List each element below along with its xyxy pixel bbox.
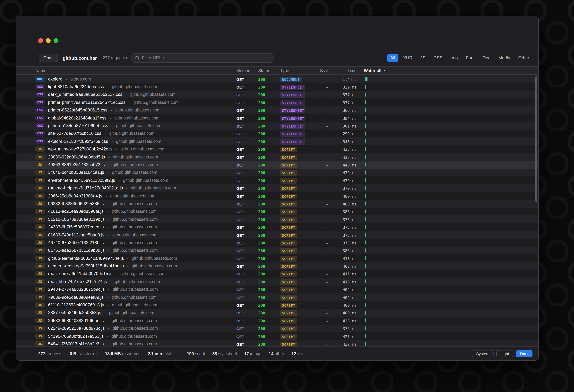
table-row[interactable]: JS 34646-bc4bb033e1164ca1.js - github.gi… — [16, 168, 538, 176]
table-row[interactable]: JS 2966-25cb8e34b31306a4.js - github.git… — [16, 192, 538, 200]
table-row[interactable]: JS 41013-ac21ea90ed8590af.js - github.gi… — [16, 207, 538, 215]
table-row[interactable]: JS 81683-740d112caee5baa9.js - github.gi… — [16, 231, 538, 239]
request-method: GET — [236, 233, 244, 237]
table-row[interactable]: JS react-core-a9e41ab509709e15.js - gith… — [16, 270, 538, 278]
request-domain: github.githubassets.com — [112, 240, 157, 245]
table-row[interactable]: CSS explore-171507f2892f5759.css - githu… — [16, 137, 538, 145]
column-header-name[interactable]: Name — [35, 68, 236, 73]
waterfall-bar — [365, 334, 366, 338]
table-row[interactable]: JS 79039-9ce5da88e09eef89.js - github.gi… — [16, 293, 538, 301]
request-method: GET — [236, 179, 244, 183]
column-header-time[interactable]: Time — [328, 68, 357, 73]
waterfall-bar — [365, 256, 366, 260]
name-domain-separator: - — [108, 155, 110, 159]
table-row[interactable]: JS environment-e2415e9c118059f2.js - git… — [16, 176, 538, 184]
mime-type-tag: STYLESHEET — [280, 124, 305, 129]
column-header-waterfall[interactable]: Waterfall ▲ — [364, 68, 538, 73]
request-name: 51210-185739338ae8119b.js — [48, 217, 105, 222]
table-row[interactable]: JS 28839-632d00a964e8dbd5.js - github.gi… — [16, 153, 538, 161]
name-domain-separator: - — [110, 116, 111, 120]
table-row[interactable]: CSS primer-primitives-ef1311e26457f1ec.c… — [16, 98, 538, 106]
table-row[interactable]: CSS dark_dimmed-9ae3a8be61562117.css - g… — [16, 91, 538, 99]
request-name: github-elements-b03340a48949734e.js — [48, 256, 124, 261]
request-time: 439 ms — [343, 179, 357, 183]
table-row[interactable]: JS 46740-67b26b07132f218b.js - github.gi… — [16, 239, 538, 247]
status-code: 200 — [258, 171, 265, 175]
request-name: 28839-632d00a964e8dbd5.js — [48, 154, 105, 159]
filter-doc[interactable]: Doc — [479, 54, 494, 62]
table-row[interactable]: JS 62249-2895213a788d973c.js - github.gi… — [16, 324, 538, 332]
mime-type-tag: SCRIPT — [280, 225, 297, 230]
table-row[interactable]: JS 29434-2774a83323075b9c.js - github.gi… — [16, 286, 538, 293]
scrollbar-thumb[interactable] — [535, 76, 537, 202]
column-header-method[interactable]: Method — [236, 68, 258, 73]
table-row[interactable]: JS 49863-8861e351482cb073.js - github.gi… — [16, 161, 538, 169]
mime-type-tag: SCRIPT — [280, 217, 297, 222]
mime-type-tag: SCRIPT — [280, 170, 297, 176]
filter-other[interactable]: Other — [515, 54, 533, 62]
table-row[interactable]: JS 24387-6b7f5e596897eded.js - github.gi… — [16, 223, 538, 231]
filter-media[interactable]: Media — [495, 54, 513, 62]
filter-img[interactable]: Img — [447, 54, 461, 62]
zoom-button[interactable] — [54, 38, 58, 43]
status-bar: 277 requests0 B transferred18.6 MB resou… — [16, 347, 538, 360]
table-row[interactable]: JS element-registry-9e799b115dbe41ba.js … — [16, 262, 538, 270]
table-row[interactable]: DOC explore - github.com GET 200 DOCUMEN… — [16, 75, 538, 83]
column-header-type[interactable]: Type — [280, 68, 305, 73]
filter-css[interactable]: CSS — [430, 54, 446, 62]
search-field[interactable] — [131, 53, 273, 63]
table-row[interactable]: JS 81751-aaa1687b311d9b3d.js - github.gi… — [16, 247, 538, 254]
table-row[interactable]: JS wp-runtime-fac727b98ab2c42c.js - gith… — [16, 145, 538, 153]
table-row[interactable]: CSS site-5277ded07fbcbc16.css - github.g… — [16, 129, 538, 137]
filter-all[interactable]: All — [387, 54, 398, 62]
table-row[interactable]: JS 61110-212553c409076913.js - github.gi… — [16, 301, 538, 309]
status-code: 200 — [258, 116, 265, 120]
table-row[interactable]: JS 2887-0e9a84f5dc250853.js - github.git… — [16, 309, 538, 317]
table-row[interactable]: JS 54195-705a8bfd0247e553.js - github.gi… — [16, 332, 538, 340]
har-file-title: github.com.har — [63, 55, 97, 61]
column-header-size[interactable]: Size — [305, 68, 328, 73]
column-header-status[interactable]: Status — [258, 68, 280, 73]
request-method: GET — [236, 288, 244, 292]
table-row[interactable]: JS 51210-185739338ae8119b.js - github.gi… — [16, 215, 538, 223]
status-code: 200 — [258, 163, 265, 167]
close-button[interactable] — [38, 38, 43, 43]
table-row[interactable]: JS runtime-helpers-3cd71e27e349021d.js -… — [16, 184, 538, 192]
table-row[interactable]: CSS github-b184eb87701960eb.css - github… — [16, 122, 538, 130]
filter-urls-input[interactable] — [142, 55, 270, 61]
open-button[interactable]: Open — [39, 54, 58, 62]
name-domain-separator: - — [108, 326, 109, 330]
mime-type-tag: SCRIPT — [280, 147, 297, 152]
status-code: 200 — [258, 202, 265, 206]
request-method: GET — [236, 194, 244, 198]
table-row[interactable]: CSS primer-8522af645b000615.css - github… — [16, 106, 538, 114]
table-row[interactable]: JS github-elements-b03340a48949734e.js -… — [16, 254, 538, 262]
request-size: – — [326, 140, 328, 144]
waterfall-bar — [365, 194, 366, 198]
table-row[interactable]: JS 96232-fb82336d69225835.js - github.gi… — [16, 200, 538, 208]
table-row[interactable]: JS 54841-f360017e41e3b2e3.js - github.gi… — [16, 340, 538, 347]
waterfall-bar — [365, 116, 366, 120]
resource-type-badge: JS — [35, 256, 45, 261]
waterfall-bar — [365, 303, 366, 307]
request-domain: github.githubassets.com — [113, 217, 158, 221]
table-row[interactable]: JS react-lib-e74a1db7c21f7e74.js - githu… — [16, 278, 538, 286]
mime-type-tag: STYLESHEET — [280, 116, 305, 121]
request-size: – — [326, 256, 328, 261]
filter-js[interactable]: JS — [417, 54, 429, 62]
request-time: 402 ms — [343, 288, 357, 292]
waterfall-bar — [365, 295, 366, 299]
filter-font[interactable]: Font — [463, 54, 478, 62]
table-row[interactable]: CSS global-94620c216484da1f.css - github… — [16, 114, 538, 122]
window-controls — [38, 38, 58, 43]
request-size: – — [326, 93, 328, 98]
theme-system-button[interactable]: System — [472, 350, 493, 357]
table-row[interactable]: CSS light-8810aba6e224dcba.css - github.… — [16, 83, 538, 91]
filter-xhr[interactable]: XHR — [400, 54, 416, 62]
minimize-button[interactable] — [46, 38, 51, 43]
theme-dark-button[interactable]: Dark — [516, 350, 533, 357]
table-row[interactable]: JS 26533-6b8040883d16f6ae.js - github.gi… — [16, 317, 538, 324]
waterfall-bar — [365, 342, 366, 346]
theme-light-button[interactable]: Light — [496, 350, 513, 357]
request-size: – — [326, 342, 328, 347]
